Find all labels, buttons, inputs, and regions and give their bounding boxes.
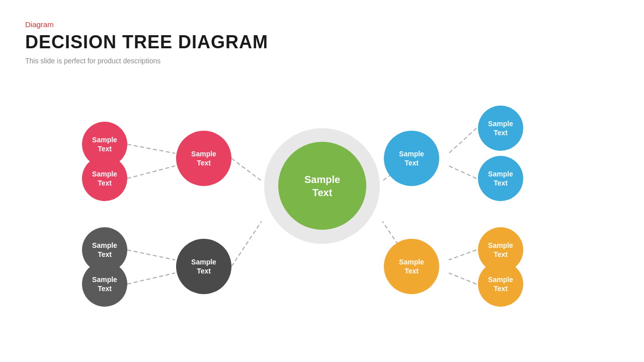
svg-line-8 — [449, 128, 476, 153]
blue-top-right-node: SampleText — [478, 106, 523, 151]
svg-line-11 — [449, 273, 476, 284]
header-title: DECISION TREE DIAGRAM — [25, 32, 268, 53]
orange-mid-node: SampleText — [384, 239, 439, 294]
red-bottom-left-node: SampleText — [82, 156, 127, 201]
svg-line-0 — [231, 158, 262, 181]
svg-line-6 — [127, 250, 175, 260]
blue-mid-node: SampleText — [384, 131, 439, 186]
gray-mid-node: SampleText — [176, 239, 231, 294]
svg-line-9 — [449, 166, 476, 178]
svg-line-10 — [449, 250, 476, 260]
center-node: SampleText — [278, 142, 366, 230]
svg-line-5 — [127, 166, 175, 178]
orange-bottom-right-node: SampleText — [478, 261, 523, 307]
blue-bottom-right-node: SampleText — [478, 156, 523, 201]
svg-line-7 — [127, 273, 175, 284]
header: Diagram DECISION TREE DIAGRAM This slide… — [25, 20, 268, 65]
header-label: Diagram — [25, 20, 268, 29]
header-subtitle: This slide is perfect for product descri… — [25, 57, 268, 65]
svg-line-4 — [127, 144, 175, 153]
red-mid-node: SampleText — [176, 131, 231, 186]
svg-line-1 — [231, 221, 262, 266]
gray-bottom-left-node: SampleText — [82, 261, 127, 307]
